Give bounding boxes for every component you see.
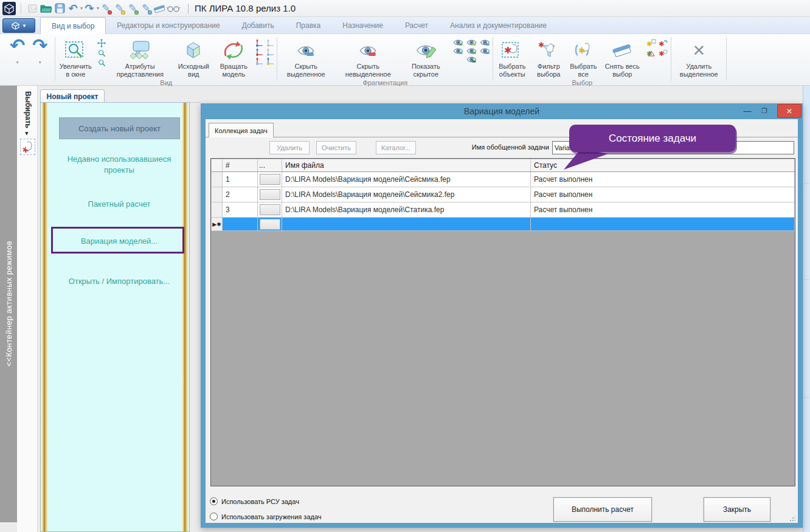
initial-view-button[interactable]: Исходный вид (172, 38, 215, 79)
pen-blue-icon[interactable]: ✎ (139, 1, 153, 16)
select-objects-button[interactable]: ✱Выбрать объекты (493, 38, 531, 79)
cell-filename[interactable]: D:\LIRA Models\Вариация моделей\Сейсмика… (282, 172, 531, 187)
cell-filename[interactable] (282, 218, 531, 231)
cell-num[interactable]: 2 (223, 187, 258, 202)
eye-tool-icon[interactable] (465, 47, 477, 55)
cell-num[interactable]: 3 (223, 202, 258, 218)
axis-view-icon[interactable] (265, 48, 275, 56)
selection-tool-icon[interactable]: ✱ (646, 39, 657, 47)
select-all-button[interactable]: ✱Выбрать все (566, 38, 600, 79)
ribbon-tab-4[interactable]: Назначение (331, 17, 394, 34)
axis-view-icon[interactable] (254, 39, 264, 47)
select-rail-caption[interactable]: Выбирать (24, 91, 32, 128)
row-gutter[interactable] (212, 202, 223, 218)
chevron-down-icon[interactable]: ▾ (39, 60, 41, 65)
document-tab-new-project[interactable]: Новый проект (40, 89, 105, 103)
col-header-num[interactable]: # (223, 159, 258, 172)
selection-tool-icon[interactable]: ✱ (646, 49, 657, 57)
cell-status[interactable]: Расчет выполнен (531, 202, 795, 218)
col-header-filename[interactable]: Имя файла (282, 159, 531, 172)
right-panel-strip[interactable] (803, 86, 810, 532)
run-calculation-button[interactable]: Выполнить расчет (553, 497, 652, 522)
zoom-window-button[interactable]: Увеличить в окне (55, 38, 95, 79)
cell-num[interactable] (223, 218, 258, 231)
select-filter-button[interactable]: ✱Фильтр выбора (531, 38, 566, 79)
glasses-icon[interactable] (166, 1, 181, 16)
start-link-2[interactable]: Пакетный расчет (52, 199, 187, 210)
hide-selected-button[interactable]: Скрыть выделенное (277, 38, 334, 79)
selection-tool-icon[interactable]: ✱ (658, 39, 669, 47)
clear-tasks-button[interactable]: Очистить (316, 141, 356, 154)
app-logo-icon[interactable] (2, 2, 16, 15)
ribbon-tab-6[interactable]: Анализ и документирование (439, 17, 558, 34)
pen-red-icon[interactable]: ✎ (99, 1, 112, 16)
redo-icon[interactable]: ↷ (83, 1, 96, 16)
ribbon-tab-0[interactable]: Вид и выбор (40, 17, 106, 34)
row-gutter[interactable] (212, 187, 223, 202)
cell-status[interactable]: Расчет выполнен (531, 187, 795, 202)
start-link-4[interactable]: Открыть / Импортировать... (52, 276, 187, 287)
view-attributes-button[interactable]: Атрибуты представления (108, 38, 172, 79)
new-project-icon[interactable] (26, 1, 40, 16)
close-dialog-button[interactable]: Закрыть (704, 497, 770, 522)
resize-grip[interactable] (789, 516, 795, 522)
row-options-button[interactable] (260, 219, 280, 230)
ribbon-tab-1[interactable]: Редакторы и конструирование (106, 17, 230, 34)
pen-green-icon[interactable]: ✎ (126, 1, 139, 16)
axis-view-icon[interactable] (254, 57, 264, 65)
selection-tool-icon[interactable]: ✱ (658, 49, 669, 57)
radio-option-0[interactable]: Использовать РСУ задач (210, 497, 299, 505)
active-modes-container-bar[interactable]: <<Контейнер активных режимов (0, 86, 17, 522)
save-project-icon[interactable] (53, 1, 66, 16)
row-options-button[interactable] (260, 204, 280, 215)
dialog-titlebar[interactable]: Вариация моделей — ❐ ✕ (201, 103, 803, 119)
tab-task-collection[interactable]: Коллекция задач (209, 123, 274, 137)
delete-task-button[interactable]: Удалить (269, 141, 310, 154)
col-header-options[interactable]: ... (258, 159, 282, 172)
eye-tool-icon[interactable] (465, 56, 477, 63)
cell-status[interactable] (531, 218, 795, 231)
undo-icon[interactable]: ↶ (66, 1, 80, 16)
nav-forward-button[interactable]: ↷▾ (32, 36, 47, 65)
row-options-button[interactable] (260, 189, 280, 200)
start-link-1[interactable]: Недавно использовавшиеся проекты (52, 154, 187, 175)
row-options-button[interactable] (260, 174, 280, 185)
radio-icon[interactable] (210, 513, 218, 520)
eye-tool-icon[interactable] (452, 47, 464, 55)
table-row[interactable]: 3 D:\LIRA Models\Вариация моделей\Статик… (212, 202, 795, 218)
chevron-down-icon[interactable]: ▾ (16, 60, 19, 65)
eye-tool-icon[interactable] (452, 39, 464, 46)
open-project-icon[interactable] (40, 1, 53, 16)
eye-tool-icon[interactable] (479, 39, 491, 46)
ribbon-tab-2[interactable]: Добавить (231, 17, 285, 34)
nav-back-button[interactable]: ↶▾ (10, 36, 25, 65)
axis-view-icon[interactable] (265, 39, 275, 47)
radio-option-1[interactable]: Использовать загружения задач (210, 513, 322, 520)
ribbon-tab-5[interactable]: Расчет (394, 17, 439, 34)
radio-icon[interactable] (210, 497, 218, 505)
maximize-button[interactable]: ❐ (756, 103, 772, 118)
eraser-icon[interactable] (153, 1, 166, 16)
table-row[interactable]: 1 D:\LIRA Models\Вариация моделей\Сейсми… (212, 172, 795, 187)
hide-unselected-button[interactable]: Скрыть невыделенное (334, 38, 401, 79)
cell-filename[interactable]: D:\LIRA Models\Вариация моделей\Статика.… (282, 202, 531, 218)
cell-num[interactable]: 1 (223, 172, 258, 187)
axis-view-icon[interactable] (254, 48, 264, 56)
eye-tool-icon[interactable] (479, 47, 491, 55)
pen-yellow-icon[interactable]: ✎ (112, 1, 126, 16)
table-row[interactable]: 2 D:\LIRA Models\Вариация моделей\Сейсми… (212, 187, 795, 202)
minimize-button[interactable]: — (739, 103, 755, 118)
row-gutter[interactable] (212, 172, 223, 187)
axis-view-icon[interactable] (265, 57, 275, 65)
pan-icon[interactable] (97, 39, 106, 47)
show-hidden-button[interactable]: Показать скрытое (401, 38, 450, 79)
close-button[interactable]: ✕ (777, 104, 801, 118)
cell-status[interactable]: Расчет выполнен (531, 172, 795, 187)
create-new-project-button[interactable]: Создать новый проект (59, 117, 180, 139)
zoom-in-icon[interactable] (97, 49, 106, 57)
select-hand-icon[interactable]: ✱ (20, 139, 35, 155)
clear-selection-button[interactable]: Снять весь выбор (600, 38, 644, 79)
table-new-row[interactable]: ▶✱ (212, 218, 795, 231)
delete-selected-button[interactable]: ✕Удалить выделенное (671, 38, 726, 79)
app-menu-button[interactable]: ▼ (2, 18, 35, 33)
